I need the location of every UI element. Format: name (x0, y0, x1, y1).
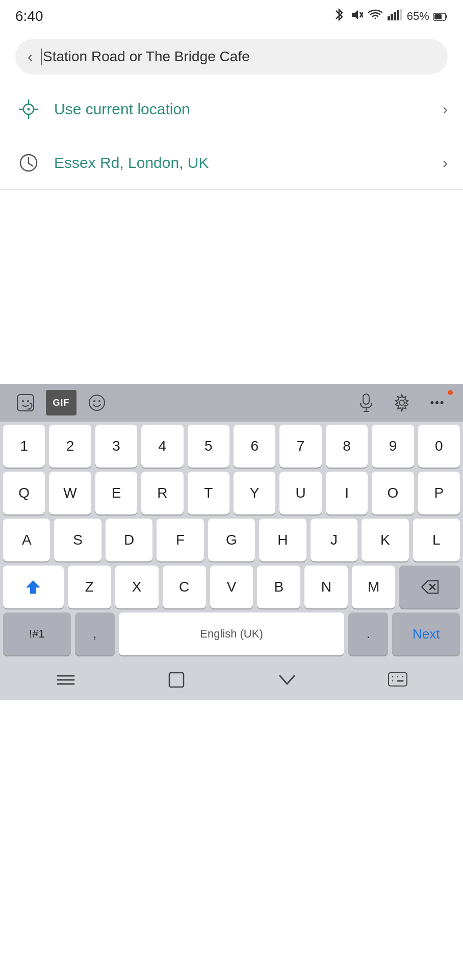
svg-rect-36 (169, 673, 184, 687)
nav-recent-button[interactable] (267, 665, 307, 695)
key-i[interactable]: I (326, 472, 368, 514)
nav-home-button[interactable] (156, 665, 197, 695)
key-2[interactable]: 2 (49, 425, 91, 468)
key-r[interactable]: R (141, 472, 183, 514)
svg-point-25 (98, 400, 100, 402)
svg-rect-6 (397, 10, 399, 20)
chevron-right-icon-2: › (443, 154, 448, 172)
key-e[interactable]: E (95, 472, 137, 514)
key-t[interactable]: T (188, 472, 229, 514)
svg-rect-5 (394, 12, 396, 20)
key-5[interactable]: 5 (188, 425, 229, 468)
key-b[interactable]: B (257, 566, 300, 608)
svg-rect-4 (391, 14, 393, 20)
key-j[interactable]: J (311, 519, 357, 561)
content-area (0, 190, 463, 384)
search-bar-container: ‹ Station Road or The Bridge Cafe (0, 31, 463, 83)
key-y[interactable]: Y (234, 472, 275, 514)
gif-button[interactable]: GIF (46, 390, 76, 415)
qwerty-row: Q W E R T Y U I O P (3, 472, 460, 514)
space-key[interactable]: English (UK) (119, 612, 345, 655)
keyboard-rows: 1 2 3 4 5 6 7 8 9 0 Q W E R T Y U I O P … (0, 422, 463, 655)
sticker-icon[interactable] (10, 390, 41, 415)
svg-point-29 (399, 400, 404, 405)
svg-rect-26 (363, 394, 369, 404)
key-z[interactable]: Z (68, 566, 111, 608)
svg-rect-9 (446, 15, 447, 18)
list-container: Use current location › Essex Rd, London,… (0, 83, 463, 190)
asdf-row: A S D F G H J K L (3, 519, 460, 561)
notification-dot (448, 390, 453, 395)
more-options-icon[interactable]: ••• (422, 390, 453, 415)
svg-rect-37 (389, 673, 407, 686)
svg-point-21 (22, 400, 24, 402)
backspace-key[interactable] (399, 566, 460, 608)
key-6[interactable]: 6 (234, 425, 275, 468)
svg-marker-0 (352, 10, 358, 19)
svg-point-24 (93, 400, 95, 402)
key-d[interactable]: D (106, 519, 152, 561)
nav-keyboard-button[interactable] (377, 665, 418, 695)
key-7[interactable]: 7 (279, 425, 321, 468)
settings-icon[interactable] (387, 390, 417, 415)
recent-location-item[interactable]: Essex Rd, London, UK › (0, 136, 463, 190)
symbols-key[interactable]: !#1 (3, 612, 71, 655)
text-cursor (41, 48, 42, 65)
svg-rect-10 (434, 14, 442, 19)
target-icon (15, 96, 42, 122)
search-input[interactable]: Station Road or The Bridge Cafe (41, 48, 435, 65)
wifi-icon (368, 9, 382, 23)
mic-icon[interactable] (351, 390, 381, 415)
key-x[interactable]: X (115, 566, 159, 608)
svg-marker-30 (26, 580, 40, 594)
key-u[interactable]: U (279, 472, 321, 514)
key-o[interactable]: O (372, 472, 414, 514)
bottom-nav (0, 659, 463, 700)
key-f[interactable]: F (157, 519, 203, 561)
svg-rect-3 (388, 16, 390, 20)
key-4[interactable]: 4 (141, 425, 183, 468)
signal-icon (388, 9, 402, 23)
key-0[interactable]: 0 (418, 425, 460, 468)
key-g[interactable]: G (208, 519, 255, 561)
keyboard-toolbar: GIF ••• (0, 384, 463, 422)
svg-point-12 (28, 108, 30, 111)
key-c[interactable]: C (163, 566, 206, 608)
svg-line-19 (29, 163, 33, 166)
status-bar: 6:40 (0, 0, 463, 31)
key-k[interactable]: K (362, 519, 408, 561)
key-p[interactable]: P (418, 472, 460, 514)
search-bar[interactable]: ‹ Station Road or The Bridge Cafe (15, 39, 448, 75)
recent-location-label: Essex Rd, London, UK (54, 154, 430, 172)
key-a[interactable]: A (3, 519, 50, 561)
key-n[interactable]: N (304, 566, 348, 608)
next-key[interactable]: Next (392, 612, 460, 655)
status-icons: 65% (333, 8, 448, 24)
key-8[interactable]: 8 (326, 425, 368, 468)
period-key[interactable]: . (348, 612, 388, 655)
key-w[interactable]: W (49, 472, 91, 514)
chevron-right-icon: › (443, 101, 448, 118)
shift-key[interactable] (3, 566, 64, 608)
key-v[interactable]: V (210, 566, 253, 608)
key-h[interactable]: H (259, 519, 306, 561)
svg-point-22 (27, 400, 29, 402)
bluetooth-icon (333, 8, 345, 24)
key-m[interactable]: M (352, 566, 395, 608)
back-button[interactable]: ‹ (28, 48, 33, 65)
key-9[interactable]: 9 (372, 425, 414, 468)
nav-back-button[interactable] (45, 665, 86, 695)
key-s[interactable]: S (54, 519, 101, 561)
mute-icon (350, 8, 363, 24)
key-q[interactable]: Q (3, 472, 45, 514)
key-3[interactable]: 3 (95, 425, 137, 468)
emoji-icon[interactable] (82, 390, 112, 415)
zxcv-row: Z X C V B N M (3, 566, 460, 608)
key-1[interactable]: 1 (3, 425, 45, 468)
clock-icon (15, 150, 42, 176)
current-location-item[interactable]: Use current location › (0, 83, 463, 136)
key-l[interactable]: L (413, 519, 460, 561)
battery-indicator: 65% (407, 10, 448, 23)
comma-key[interactable]: , (75, 612, 115, 655)
bottom-row: !#1 , English (UK) . Next (3, 612, 460, 655)
